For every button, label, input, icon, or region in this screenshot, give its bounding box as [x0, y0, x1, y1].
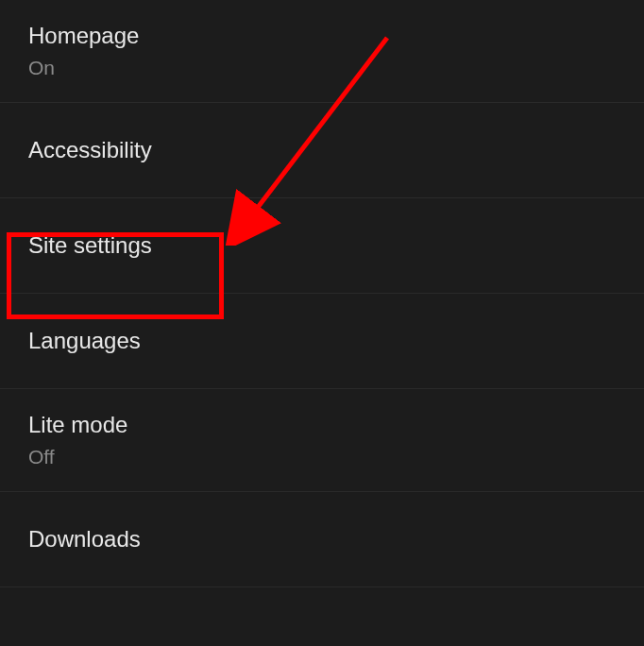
settings-item-site-settings[interactable]: Site settings — [0, 198, 644, 294]
setting-title: Site settings — [28, 232, 616, 259]
settings-item-downloads[interactable]: Downloads — [0, 492, 644, 587]
settings-item-homepage[interactable]: Homepage On — [0, 0, 644, 103]
setting-title: Accessibility — [28, 137, 616, 163]
settings-list: Homepage On Accessibility Site settings … — [0, 0, 644, 587]
setting-title: Downloads — [28, 526, 616, 552]
setting-title: Homepage — [28, 23, 616, 49]
setting-status: On — [28, 57, 616, 79]
setting-title: Languages — [28, 328, 616, 354]
settings-item-lite-mode[interactable]: Lite mode Off — [0, 389, 644, 492]
setting-title: Lite mode — [28, 412, 616, 438]
settings-item-languages[interactable]: Languages — [0, 294, 644, 389]
setting-status: Off — [28, 446, 616, 468]
settings-item-accessibility[interactable]: Accessibility — [0, 103, 644, 198]
